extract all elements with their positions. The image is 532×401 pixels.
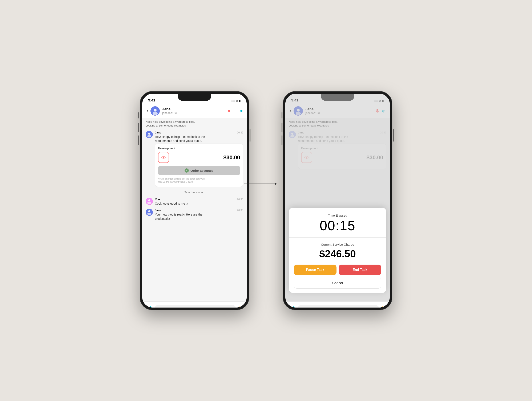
- image-icon-2[interactable]: 🖼: [382, 306, 386, 307]
- notch: [177, 94, 211, 101]
- cancel-button[interactable]: Cancel: [294, 278, 381, 289]
- time-elapsed-value: 00:15: [294, 219, 381, 232]
- volume-up-button[interactable]: [139, 123, 139, 132]
- signal-icon: ▪▪▪▪: [231, 99, 235, 102]
- header-name: Jane: [162, 107, 226, 111]
- check-icon: ✓: [184, 168, 189, 173]
- message-input[interactable]: [154, 305, 236, 307]
- progress-indicator: [228, 110, 242, 112]
- task-started: Task has started: [146, 190, 243, 195]
- avatar: [151, 106, 160, 115]
- status-time: 9:41: [148, 98, 155, 102]
- msg-avatar: [146, 131, 153, 138]
- modal-divider: [289, 237, 386, 238]
- msg-content-jane2: Jane 20:35 Your new blog is ready. Here …: [155, 209, 243, 221]
- quote-price: $30.00: [223, 154, 240, 161]
- msg-content: Jane 20:35 Hey! Happy to help - let me l…: [155, 131, 243, 187]
- charge-value: $246.50: [294, 248, 381, 260]
- input-bar-2: + 🖼: [285, 301, 390, 307]
- phone-1-screen: 9:41 ▪▪▪▪ ⌾ ▮ ‹: [142, 94, 247, 307]
- quote-body: </> $30.00: [158, 152, 240, 163]
- end-task-button[interactable]: End Task: [339, 265, 381, 275]
- msg-time-you: 20:35: [237, 198, 243, 201]
- phone-2-screen: 9:41 ▪▪▪▪ ⌾ ▮ ‹: [285, 94, 390, 307]
- phones-container: 9:41 ▪▪▪▪ ⌾ ▮ ‹: [140, 91, 392, 310]
- order-accepted-button[interactable]: ✓ Order accepted: [158, 166, 240, 175]
- svg-marker-14: [275, 182, 277, 185]
- prog-dot-1: [228, 110, 230, 112]
- svg-point-7: [148, 199, 150, 201]
- order-accepted-label: Order accepted: [190, 169, 214, 172]
- msg-sender-jane2: Jane: [155, 209, 161, 212]
- prog-line: [231, 111, 239, 111]
- message-row-jane2: Jane 20:35 Your new blog is ready. Here …: [146, 209, 243, 221]
- msg-text-jane2: Your new blog is ready. Here are thecred…: [155, 213, 243, 221]
- msg-text-you: Cool. looks good to me :): [155, 202, 243, 206]
- wifi-icon: ⌾: [236, 99, 238, 102]
- msg-sender-you: You: [155, 198, 160, 201]
- phone-1: 9:41 ▪▪▪▪ ⌾ ▮ ‹: [140, 91, 249, 310]
- chat-header: ‹ Jane janedoe123: [142, 104, 247, 118]
- svg-point-4: [148, 133, 150, 135]
- svg-point-10: [148, 210, 150, 212]
- message-row: Jane 20:35 Hey! Happy to help - let me l…: [146, 131, 243, 187]
- input-bar: + 🖼: [142, 301, 247, 307]
- partial-text: Need help developing a Wordpress blog.Lo…: [142, 118, 247, 128]
- modal-actions: Pause Task End Task: [294, 265, 381, 275]
- svg-point-8: [147, 202, 151, 204]
- connector-arrow: [242, 150, 280, 196]
- code-icon: </>: [158, 152, 169, 163]
- msg-meta-you: You 20:35: [155, 198, 243, 201]
- svg-point-1: [154, 109, 157, 112]
- back-button[interactable]: ‹: [146, 108, 148, 114]
- message-input-2[interactable]: [298, 305, 379, 307]
- quote-card: Development </> $30.00 ✓ Order accepted …: [155, 144, 243, 187]
- msg-content-you: You 20:35 Cool. looks good to me :): [155, 198, 243, 206]
- add-button-2[interactable]: +: [289, 306, 295, 307]
- msg-time: 20:35: [237, 131, 243, 134]
- quote-title: Development: [158, 147, 240, 150]
- volume-down-button[interactable]: [139, 135, 139, 145]
- msg-meta-jane2: Jane 20:35: [155, 209, 243, 212]
- prog-dot-2: [240, 110, 242, 112]
- svg-point-11: [147, 213, 151, 215]
- time-elapsed-label: Time Elapsed: [294, 214, 381, 217]
- pause-task-button[interactable]: Pause Task: [294, 265, 336, 275]
- image-icon[interactable]: 🖼: [239, 306, 243, 307]
- status-icons: ▪▪▪▪ ⌾ ▮: [231, 99, 241, 102]
- add-button[interactable]: +: [146, 306, 152, 307]
- phone-2: 9:41 ▪▪▪▪ ⌾ ▮ ‹: [283, 91, 392, 310]
- mute-button[interactable]: [139, 112, 139, 119]
- volume-up-button-2[interactable]: [282, 123, 282, 132]
- mute-button-2[interactable]: [282, 112, 282, 119]
- task-modal: Time Elapsed 00:15 Current Service Charg…: [289, 208, 386, 293]
- msg-text: Hey! Happy to help - let me look at ther…: [155, 135, 243, 143]
- battery-icon: ▮: [239, 99, 241, 102]
- charge-label: Current Service Charge: [294, 243, 381, 246]
- msg-avatar-you: [146, 198, 153, 205]
- msg-meta: Jane 20:35: [155, 131, 243, 134]
- power-button[interactable]: [250, 129, 250, 142]
- header-username: janedoe123: [162, 111, 226, 115]
- quote-note: You're charged upfront but the other par…: [158, 177, 240, 184]
- msg-sender: Jane: [155, 131, 161, 134]
- svg-point-2: [152, 112, 158, 115]
- message-row-you: You 20:35 Cool. looks good to me :): [146, 198, 243, 206]
- svg-point-5: [147, 135, 151, 137]
- chat-messages: Jane 20:35 Hey! Happy to help - let me l…: [142, 128, 247, 301]
- msg-avatar-jane2: [146, 209, 153, 216]
- volume-down-button-2[interactable]: [282, 135, 282, 145]
- power-button-2[interactable]: [393, 129, 393, 142]
- header-info: Jane janedoe123: [162, 107, 226, 115]
- msg-time-jane2: 20:35: [237, 209, 243, 212]
